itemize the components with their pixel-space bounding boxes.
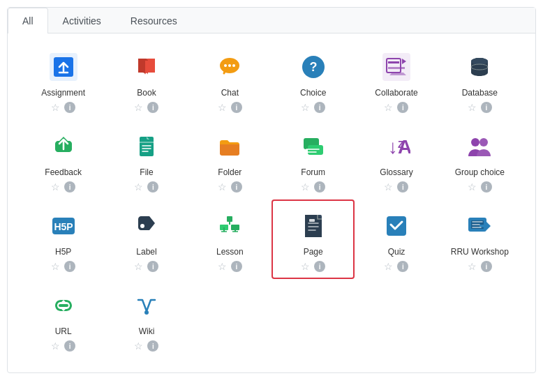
- lesson-star-button[interactable]: ☆: [218, 262, 227, 271]
- groupchoice-info-button[interactable]: i: [481, 181, 492, 193]
- file-star-button[interactable]: ☆: [134, 182, 143, 192]
- rruworkshop-star-button[interactable]: ☆: [468, 262, 477, 271]
- h5p-actions: ☆ i: [51, 261, 75, 272]
- chat-actions: ☆ i: [218, 102, 242, 113]
- lesson-icon: [213, 209, 246, 243]
- assignment-label: Assignment: [41, 88, 85, 98]
- forum-star-button[interactable]: ☆: [301, 182, 310, 192]
- activity-item-database[interactable]: Database ☆ i: [438, 40, 521, 120]
- url-label: URL: [55, 326, 72, 336]
- choice-star-button[interactable]: ☆: [301, 103, 310, 112]
- chat-star-button[interactable]: ☆: [218, 103, 227, 112]
- book-info-button[interactable]: i: [147, 102, 158, 113]
- book-icon: [130, 50, 163, 84]
- tab-all[interactable]: All: [8, 8, 48, 33]
- folder-star-button[interactable]: ☆: [218, 182, 227, 192]
- svg-point-4: [228, 64, 231, 67]
- activity-item-forum[interactable]: Forum ☆ i: [272, 120, 355, 199]
- activity-item-folder[interactable]: Folder ☆ i: [188, 120, 272, 199]
- feedback-star-button[interactable]: ☆: [51, 182, 60, 192]
- lesson-info-button[interactable]: i: [231, 261, 242, 272]
- activity-item-url[interactable]: URL ☆ i: [22, 279, 105, 359]
- activity-picker: All Activities Resources Assignment ☆ i: [7, 7, 536, 373]
- forum-actions: ☆ i: [301, 181, 325, 193]
- activity-item-feedback[interactable]: Feedback ☆ i: [22, 120, 105, 199]
- activity-item-chat[interactable]: Chat ☆ i: [188, 40, 272, 120]
- database-label: Database: [462, 88, 498, 98]
- folder-label: Folder: [218, 167, 241, 177]
- activity-item-h5p[interactable]: H5P H5P ☆ i: [22, 199, 105, 279]
- assignment-icon: [47, 50, 80, 84]
- book-actions: ☆ i: [134, 102, 158, 113]
- url-star-button[interactable]: ☆: [51, 341, 60, 351]
- url-actions: ☆ i: [51, 340, 75, 352]
- activity-item-groupchoice[interactable]: Group choice ☆ i: [438, 120, 521, 199]
- activity-item-glossary[interactable]: ↓A Z Glossary ☆ i: [355, 120, 438, 199]
- quiz-star-button[interactable]: ☆: [384, 262, 393, 271]
- svg-rect-15: [308, 145, 323, 155]
- activity-item-wiki[interactable]: Wiki ☆ i: [105, 279, 188, 359]
- file-label: File: [140, 167, 153, 177]
- glossary-info-button[interactable]: i: [397, 181, 408, 193]
- label-info-button[interactable]: i: [147, 261, 158, 272]
- svg-point-5: [232, 64, 235, 67]
- label-star-button[interactable]: ☆: [134, 262, 143, 271]
- rruworkshop-icon: [463, 209, 496, 243]
- collaborate-icon: [380, 50, 413, 84]
- svg-rect-27: [309, 219, 315, 222]
- h5p-star-button[interactable]: ☆: [51, 262, 60, 271]
- activity-item-collaborate[interactable]: Collaborate ☆ i: [355, 40, 438, 120]
- page-star-button[interactable]: ☆: [301, 262, 310, 271]
- activity-item-file[interactable]: File ☆ i: [105, 120, 188, 199]
- choice-icon: ?: [297, 50, 330, 84]
- feedback-icon: [47, 130, 80, 163]
- activity-item-page[interactable]: Page ☆ i: [272, 199, 355, 279]
- folder-icon: [213, 130, 246, 163]
- activity-item-quiz[interactable]: Quiz ☆ i: [355, 199, 438, 279]
- assignment-info-button[interactable]: i: [64, 102, 75, 113]
- svg-point-32: [144, 310, 149, 315]
- quiz-info-button[interactable]: i: [397, 261, 408, 272]
- page-info-button[interactable]: i: [314, 261, 325, 272]
- glossary-star-button[interactable]: ☆: [384, 182, 393, 192]
- database-star-button[interactable]: ☆: [468, 103, 477, 112]
- tab-resources[interactable]: Resources: [116, 8, 192, 33]
- wiki-actions: ☆ i: [134, 340, 158, 352]
- activity-item-label[interactable]: Label ☆ i: [105, 199, 188, 279]
- folder-info-button[interactable]: i: [231, 181, 242, 193]
- activity-item-assignment[interactable]: Assignment ☆ i: [22, 40, 105, 120]
- file-info-button[interactable]: i: [147, 181, 158, 193]
- rruworkshop-info-button[interactable]: i: [481, 261, 492, 272]
- assignment-star-button[interactable]: ☆: [51, 103, 60, 112]
- activity-item-lesson[interactable]: Lesson ☆ i: [188, 199, 272, 279]
- forum-info-button[interactable]: i: [314, 181, 325, 193]
- activity-item-book[interactable]: Book ☆ i: [105, 40, 188, 120]
- book-star-button[interactable]: ☆: [134, 103, 143, 112]
- assignment-actions: ☆ i: [51, 102, 75, 113]
- label-label: Label: [136, 247, 156, 257]
- feedback-info-button[interactable]: i: [64, 181, 75, 193]
- database-info-button[interactable]: i: [481, 102, 492, 113]
- choice-info-button[interactable]: i: [314, 102, 325, 113]
- chat-info-button[interactable]: i: [231, 102, 242, 113]
- wiki-info-button[interactable]: i: [147, 340, 158, 352]
- tab-activities[interactable]: Activities: [48, 8, 116, 33]
- h5p-info-button[interactable]: i: [64, 261, 75, 272]
- url-info-button[interactable]: i: [64, 340, 75, 352]
- page-actions: ☆ i: [301, 261, 325, 272]
- svg-text:?: ?: [309, 60, 317, 74]
- h5p-icon: H5P: [47, 209, 80, 243]
- groupchoice-label: Group choice: [455, 167, 505, 177]
- lesson-actions: ☆ i: [218, 261, 242, 272]
- wiki-star-button[interactable]: ☆: [134, 341, 143, 351]
- activity-item-rruworkshop[interactable]: RRU Workshop ☆ i: [438, 199, 521, 279]
- collaborate-label: Collaborate: [375, 88, 417, 98]
- groupchoice-actions: ☆ i: [468, 181, 492, 193]
- activity-item-choice[interactable]: ? Choice ☆ i: [272, 40, 355, 120]
- lesson-label: Lesson: [216, 247, 244, 257]
- collaborate-star-button[interactable]: ☆: [384, 103, 393, 112]
- groupchoice-star-button[interactable]: ☆: [468, 182, 477, 192]
- svg-rect-13: [140, 137, 154, 156]
- collaborate-info-button[interactable]: i: [397, 102, 408, 113]
- glossary-label: Glossary: [380, 167, 412, 177]
